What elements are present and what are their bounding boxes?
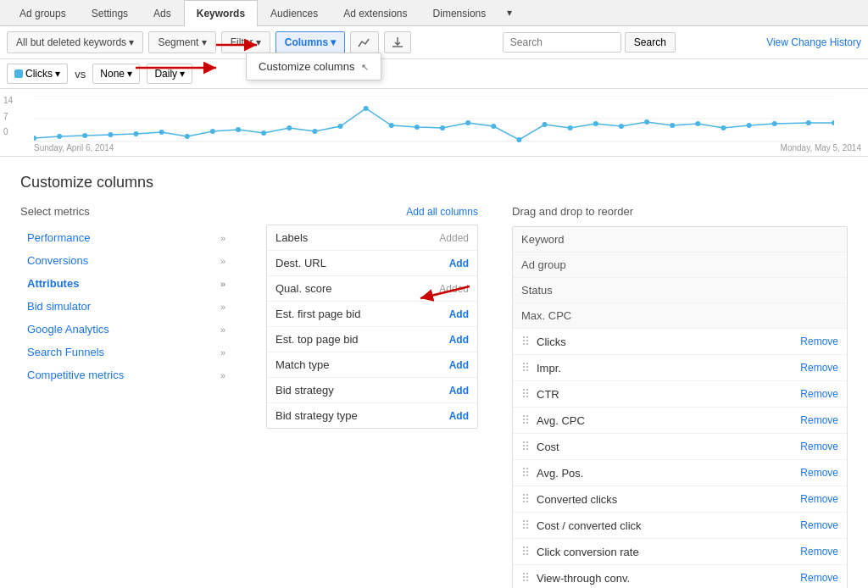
column-avg-pos: ⠿ Avg. Pos. Remove xyxy=(513,460,847,486)
drag-handle-converted-clicks[interactable]: ⠿ xyxy=(521,492,530,506)
view-change-history-link[interactable]: View Change History xyxy=(766,36,861,48)
metric-labels: Labels Added xyxy=(267,225,477,251)
remove-avg-cpc-button[interactable]: Remove xyxy=(800,414,838,426)
none-metric-button[interactable]: None ▾ xyxy=(92,64,140,84)
performance-link[interactable]: Performance xyxy=(27,231,90,244)
tab-dimensions[interactable]: Dimensions xyxy=(420,0,499,26)
search-funnels-link[interactable]: Search Funnels xyxy=(27,346,104,358)
svg-point-31 xyxy=(695,121,700,126)
customize-columns-dropdown[interactable]: Customize columns ↖ xyxy=(246,53,381,80)
column-cost: ⠿ Cost Remove xyxy=(513,434,847,460)
svg-point-32 xyxy=(721,125,726,130)
svg-point-15 xyxy=(287,125,292,130)
google-analytics-link[interactable]: Google Analytics xyxy=(27,323,109,336)
metric-match-type-action[interactable]: Add xyxy=(449,359,469,371)
svg-point-28 xyxy=(619,124,624,129)
column-cost-converted-click: ⠿ Cost / converted click Remove xyxy=(513,513,847,539)
remove-ctr-button[interactable]: Remove xyxy=(800,388,838,400)
drag-handle-avg-pos[interactable]: ⠿ xyxy=(521,466,530,480)
metrics-item-conversions[interactable]: Conversions » xyxy=(20,249,232,272)
metric-dest-url-action[interactable]: Add xyxy=(449,258,469,269)
column-status: Status xyxy=(513,278,847,303)
filter-button[interactable]: Filter ▾ xyxy=(221,31,270,53)
drag-handle-impr[interactable]: ⠿ xyxy=(521,361,530,374)
drag-drop-title: Drag and drop to reorder xyxy=(512,205,848,218)
svg-point-6 xyxy=(57,134,62,139)
tab-keywords[interactable]: Keywords xyxy=(184,0,258,26)
metrics-item-bid-simulator[interactable]: Bid simulator » xyxy=(20,295,232,318)
attributes-label: Attributes xyxy=(27,277,79,290)
clicks-color-indicator xyxy=(14,69,23,78)
columns-button[interactable]: Columns ▾ xyxy=(275,31,346,53)
search-button[interactable]: Search xyxy=(625,32,676,53)
remove-avg-pos-button[interactable]: Remove xyxy=(800,467,838,479)
tab-ad-extensions[interactable]: Ad extensions xyxy=(331,0,420,26)
metrics-item-search-funnels[interactable]: Search Funnels » xyxy=(20,341,232,363)
metric-qual-score: Qual. score Added xyxy=(267,276,477,302)
remove-click-conversion-rate-button[interactable]: Remove xyxy=(800,546,838,557)
metrics-item-attributes[interactable]: Attributes » xyxy=(20,272,232,295)
search-input[interactable] xyxy=(503,32,621,53)
tab-ad-groups[interactable]: Ad groups xyxy=(7,0,79,26)
metric-est-top-page-action[interactable]: Add xyxy=(449,334,469,346)
metrics-item-google-analytics[interactable]: Google Analytics » xyxy=(20,318,232,341)
drag-handle-cost[interactable]: ⠿ xyxy=(521,440,530,453)
col-click-conversion-rate-name: Click conversion rate xyxy=(537,546,800,558)
drag-handle-clicks[interactable]: ⠿ xyxy=(521,335,530,348)
download-button[interactable] xyxy=(384,31,411,53)
svg-point-11 xyxy=(185,134,190,139)
competitive-metrics-link[interactable]: Competitive metrics xyxy=(27,369,124,381)
metric-bid-strategy-type-action[interactable]: Add xyxy=(449,410,469,422)
chart-svg xyxy=(34,96,834,142)
chart-y-label-14: 14 xyxy=(3,96,13,105)
chart-date-right: Monday, May 5, 2014 xyxy=(781,143,861,153)
metric-est-first-page-action[interactable]: Add xyxy=(449,308,469,320)
metric-dest-url: Dest. URL Add xyxy=(267,251,477,276)
metric-bid-strategy-action[interactable]: Add xyxy=(449,385,469,397)
metric-est-first-page: Est. first page bid Add xyxy=(267,302,477,327)
col-clicks-name: Clicks xyxy=(537,336,800,348)
clicks-metric-button[interactable]: Clicks ▾ xyxy=(7,64,68,84)
more-tabs-button[interactable]: ▾ xyxy=(498,0,520,25)
chart-view-button[interactable] xyxy=(350,31,379,53)
drag-handle-click-conversion-rate[interactable]: ⠿ xyxy=(521,545,530,558)
tab-audiences[interactable]: Audiences xyxy=(258,0,331,26)
remove-cost-converted-click-button[interactable]: Remove xyxy=(800,519,838,531)
column-converted-clicks: ⠿ Converted clicks Remove xyxy=(513,486,847,513)
svg-point-17 xyxy=(338,124,343,129)
metrics-list: Performance » Conversions » Attributes »… xyxy=(20,226,232,386)
filter-keywords-button[interactable]: All but deleted keywords ▾ xyxy=(7,31,143,53)
svg-point-24 xyxy=(516,137,521,142)
metrics-item-performance[interactable]: Performance » xyxy=(20,226,232,249)
col-cost-converted-click-name: Cost / converted click xyxy=(537,519,800,532)
middle-panel: Add all columns Labels Added Dest. URL A… xyxy=(266,205,478,588)
segment-button[interactable]: Segment ▾ xyxy=(148,31,215,53)
svg-point-34 xyxy=(772,121,777,126)
bid-simulator-link[interactable]: Bid simulator xyxy=(27,300,91,313)
svg-point-10 xyxy=(159,130,164,135)
metrics-item-competitive[interactable]: Competitive metrics » xyxy=(20,363,232,386)
remove-cost-button[interactable]: Remove xyxy=(800,441,838,452)
drag-handle-view-through-conv[interactable]: ⠿ xyxy=(521,571,530,585)
tab-settings[interactable]: Settings xyxy=(79,0,141,26)
svg-point-14 xyxy=(261,130,266,136)
drag-handle-ctr[interactable]: ⠿ xyxy=(521,387,530,401)
svg-point-12 xyxy=(210,129,215,134)
tab-ads[interactable]: Ads xyxy=(141,0,184,26)
drag-handle-avg-cpc[interactable]: ⠿ xyxy=(521,413,530,427)
metric-est-first-page-name: Est. first page bid xyxy=(275,308,360,320)
svg-point-5 xyxy=(34,136,36,141)
drag-handle-cost-converted-click[interactable]: ⠿ xyxy=(521,519,530,532)
column-keyword: Keyword xyxy=(513,227,847,252)
daily-button[interactable]: Daily ▾ xyxy=(147,64,192,84)
remove-clicks-button[interactable]: Remove xyxy=(800,336,838,347)
remove-impr-button[interactable]: Remove xyxy=(800,362,838,374)
remove-converted-clicks-button[interactable]: Remove xyxy=(800,493,838,505)
conversions-link[interactable]: Conversions xyxy=(27,254,88,267)
add-all-columns-button[interactable]: Add all columns xyxy=(406,206,478,218)
column-ad-group: Ad group xyxy=(513,252,847,278)
remove-view-through-conv-button[interactable]: Remove xyxy=(800,572,838,584)
cursor-icon: ↖ xyxy=(361,62,369,72)
chart-y-label-0: 0 xyxy=(3,127,13,136)
col-ad-group-name: Ad group xyxy=(521,258,838,271)
